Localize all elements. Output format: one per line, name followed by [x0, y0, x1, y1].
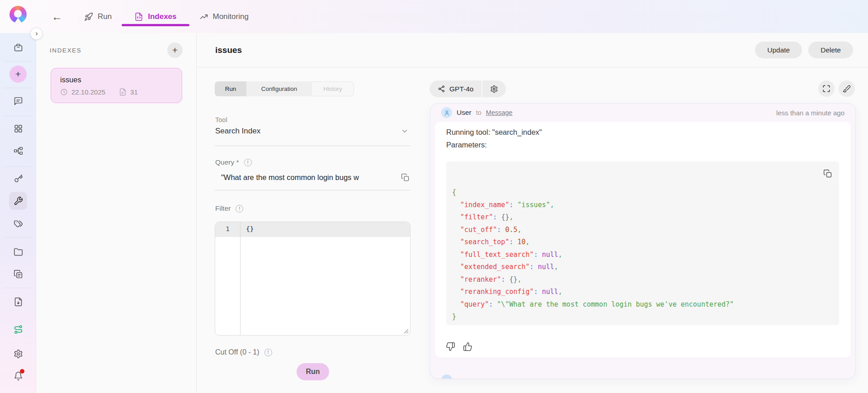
form-tab-configuration[interactable]: Configuration [246, 81, 312, 96]
form-tab-run[interactable]: Run [215, 81, 246, 96]
query-field[interactable]: "What are the most common login bugs w [221, 172, 410, 183]
tab-monitoring-label: Monitoring [213, 12, 249, 21]
run-button[interactable]: Run [297, 363, 329, 380]
filter-editor-value[interactable]: {} [246, 225, 254, 232]
file-download-icon [14, 297, 23, 307]
model-name: GPT-4o [449, 85, 473, 93]
clock-icon [60, 88, 68, 96]
rail-item-file-import[interactable] [9, 293, 27, 311]
indexes-panel-header: INDEXES + [36, 33, 196, 58]
resize-handle-icon[interactable] [404, 329, 409, 334]
index-name: issues [60, 76, 173, 84]
indexes-panel: INDEXES + issues 22.10.2025 31 [36, 33, 197, 393]
thumbs-down-button[interactable] [445, 341, 456, 352]
filter-code-editor[interactable]: 1 {} [215, 222, 410, 336]
top-navigation: Run Indexes Monitoring [84, 0, 249, 33]
notification-badge [20, 369, 24, 374]
index-date: 22.10.2025 [71, 88, 105, 96]
rail-item-documents[interactable] [9, 265, 27, 283]
icon-rail: + [0, 33, 36, 393]
file-text-icon [119, 88, 127, 96]
index-doc-count: 31 [130, 88, 138, 96]
query-label: Query * [215, 158, 239, 166]
documents-icon [14, 270, 23, 279]
cutoff-label-row: Cut Off (0 - 1) [215, 348, 272, 356]
query-input-value[interactable]: "What are the most common login bugs w [221, 173, 396, 182]
app-logo [9, 6, 27, 23]
code-copy-button[interactable] [822, 168, 833, 179]
clear-chat-button[interactable] [839, 80, 855, 97]
model-settings-button[interactable] [481, 80, 506, 97]
person-icon [443, 109, 450, 116]
rail-divider [4, 88, 32, 88]
form-tab-history[interactable]: History [312, 81, 354, 96]
add-index-button[interactable]: + [167, 43, 183, 58]
wrench-icon [14, 196, 23, 206]
message-to-label: to [476, 109, 481, 116]
editor-active-line [215, 222, 410, 237]
rail-divider [4, 288, 32, 288]
rail-item-tools[interactable] [9, 192, 27, 210]
user-avatar [441, 107, 452, 118]
filter-label: Filter [215, 204, 231, 213]
rail-item-api-key[interactable] [9, 170, 27, 188]
rail-divider [4, 237, 32, 238]
model-selector: GPT-4o [429, 80, 506, 97]
gear-icon [14, 349, 23, 359]
main-content: issues Update Delete Run Configuration H… [197, 33, 868, 393]
rail-divider [4, 166, 32, 167]
tab-run[interactable]: Run [84, 0, 112, 33]
tool-label: Tool [215, 116, 227, 123]
thumbs-up-button[interactable] [462, 341, 473, 352]
sidebar-collapse-button[interactable]: › [30, 28, 42, 40]
folder-icon [14, 247, 23, 257]
rail-item-dashboard[interactable] [9, 119, 27, 137]
index-list-item-issues[interactable]: issues 22.10.2025 31 [51, 68, 182, 103]
cutoff-label: Cut Off (0 - 1) [215, 348, 259, 356]
message-card: Running tool: "search_index" Parameters:… [435, 122, 851, 358]
rail-divider [4, 116, 32, 116]
chat-panel: User to Message less than a minute ago R… [430, 103, 856, 379]
rail-item-folder[interactable] [9, 243, 27, 261]
tab-indexes[interactable]: Indexes [134, 0, 176, 33]
tab-indexes-label: Indexes [148, 12, 176, 21]
code-content: { "index_name": "issues", "filter": {}, … [452, 186, 734, 323]
rail-item-routes[interactable] [9, 320, 27, 338]
rocket-icon [84, 12, 93, 21]
query-info-icon[interactable] [244, 159, 252, 166]
top-bar: ← Run Indexes [0, 0, 868, 33]
filter-label-row: Filter [215, 204, 243, 213]
back-button[interactable]: ← [48, 8, 66, 26]
filter-info-icon[interactable] [236, 205, 243, 213]
thumbs-up-icon [463, 342, 472, 351]
route-icon [14, 325, 23, 334]
tool-select[interactable]: Search Index [215, 127, 409, 136]
chevron-down-icon [401, 127, 409, 135]
indexes-panel-title: INDEXES [50, 47, 81, 54]
tab-monitoring[interactable]: Monitoring [199, 0, 249, 33]
rail-item-briefcase[interactable] [9, 38, 27, 57]
rail-item-settings[interactable] [9, 345, 27, 363]
delete-button[interactable]: Delete [808, 42, 853, 58]
chat-icon [14, 96, 23, 106]
update-button[interactable]: Update [755, 42, 802, 58]
rail-item-network[interactable] [9, 142, 27, 160]
cutoff-info-icon[interactable] [264, 349, 272, 356]
maximize-icon [822, 85, 830, 93]
rail-item-add[interactable]: + [9, 66, 27, 83]
model-select-button[interactable]: GPT-4o [429, 80, 481, 97]
rail-item-tags[interactable] [9, 214, 27, 232]
copy-icon [401, 173, 410, 182]
divider [215, 146, 410, 146]
rail-item-chat[interactable] [9, 92, 27, 110]
message-text-line2: Parameters: [446, 141, 487, 149]
message-recipient-link[interactable]: Message [486, 109, 513, 116]
query-label-row: Query * [215, 158, 252, 166]
tab-run-label: Run [98, 12, 112, 21]
trending-up-icon [199, 12, 208, 21]
expand-chat-button[interactable] [818, 80, 835, 97]
brush-icon [843, 85, 851, 93]
plus-icon: + [15, 69, 21, 80]
rail-item-notifications[interactable] [9, 367, 27, 385]
query-copy-button[interactable] [400, 172, 410, 183]
